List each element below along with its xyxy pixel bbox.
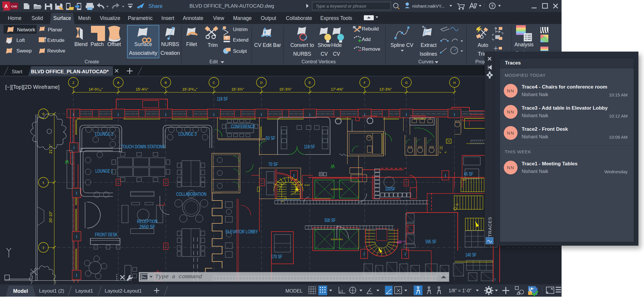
svg-text:I: I: [73, 145, 75, 150]
svg-text:20'-10": 20'-10": [49, 211, 53, 223]
svg-text:Visualize: Visualize: [100, 15, 120, 21]
svg-text:CONFERENCE: CONFERENCE: [231, 124, 255, 129]
svg-text:Share: Share: [148, 3, 163, 9]
svg-text:Start: Start: [12, 69, 22, 74]
svg-text:I: I: [76, 234, 77, 239]
svg-text:Sweep: Sweep: [16, 48, 32, 54]
svg-text:500 SF: 500 SF: [324, 218, 336, 223]
svg-text:Create: Create: [84, 59, 99, 64]
svg-text:MODEL: MODEL: [285, 288, 303, 293]
svg-text:Add: Add: [362, 37, 371, 42]
svg-text:UP: UP: [456, 203, 459, 206]
svg-text:ELEC: ELEC: [305, 184, 310, 186]
svg-text:I: I: [118, 112, 119, 117]
svg-text:DN: DN: [463, 179, 466, 181]
svg-text:H: H: [453, 81, 456, 84]
svg-text:G: G: [405, 81, 408, 84]
svg-text:I: I: [261, 112, 262, 117]
svg-text:2: 2: [43, 246, 44, 249]
svg-text:Sculpt: Sculpt: [233, 48, 247, 54]
svg-text:Type a keyword or phrase: Type a keyword or phrase: [316, 4, 366, 9]
svg-text:I: I: [76, 273, 77, 278]
svg-text:I: I: [406, 112, 407, 117]
svg-text:Home: Home: [8, 15, 22, 21]
svg-text:F: F: [364, 81, 366, 84]
svg-text:17'-4⅝": 17'-4⅝": [331, 87, 343, 91]
svg-text:Edit: Edit: [209, 59, 218, 64]
svg-text:1/8" = 1'-0": 1/8" = 1'-0": [449, 288, 471, 293]
svg-text:B: B: [165, 81, 167, 84]
svg-text:Mesh: Mesh: [78, 15, 91, 21]
svg-text:UP: UP: [281, 200, 284, 202]
svg-text:I: I: [364, 252, 365, 257]
svg-text:15'-3¾": 15'-3¾": [279, 87, 292, 91]
svg-text:I: I: [454, 112, 455, 117]
svg-text:13'-3⅜": 13'-3⅜": [379, 87, 392, 91]
svg-text:CV: CV: [321, 51, 328, 57]
svg-text:50 SF: 50 SF: [266, 136, 275, 141]
svg-text:nishant.naikVY...: nishant.naikVY...: [412, 4, 445, 9]
svg-text:Revolve: Revolve: [47, 48, 65, 54]
svg-text:70 SF: 70 SF: [268, 162, 278, 167]
svg-text:Creation: Creation: [160, 50, 180, 56]
svg-text:I: I: [293, 173, 295, 178]
svg-text:NURBS: NURBS: [293, 51, 311, 57]
svg-text:Layout2-Layout1: Layout2-Layout1: [105, 288, 142, 294]
svg-text:Convert to: Convert to: [290, 42, 314, 48]
svg-text:15'-3¾": 15'-3¾": [231, 87, 244, 91]
svg-text:0: 0: [43, 112, 44, 116]
svg-text:Manage: Manage: [233, 15, 251, 21]
svg-text:I: I: [76, 191, 77, 196]
svg-text:Annotate: Annotate: [183, 15, 203, 21]
svg-text:Curves: Curves: [418, 59, 434, 64]
svg-text:Extrude: Extrude: [47, 38, 65, 43]
svg-text:595 SF: 595 SF: [425, 239, 437, 244]
svg-text:14'-0⁷⁄₁₆": 14'-0⁷⁄₁₆": [89, 87, 103, 91]
svg-text:Layout1 (2): Layout1 (2): [39, 288, 64, 294]
svg-text:2650 SF: 2650 SF: [139, 224, 155, 229]
svg-text:100SF: 100SF: [385, 186, 395, 191]
svg-text:Hide: Hide: [331, 42, 342, 48]
svg-text:Model: Model: [13, 288, 28, 294]
svg-text:CV Edit Bar: CV Edit Bar: [254, 42, 281, 48]
svg-text:Planar: Planar: [48, 27, 62, 33]
svg-text:Extract: Extract: [421, 42, 437, 48]
svg-text:I: I: [165, 112, 166, 117]
svg-text:E: E: [309, 81, 311, 84]
svg-text:Surface: Surface: [134, 41, 152, 47]
svg-text:I: I: [213, 112, 214, 117]
svg-text:Fillet: Fillet: [186, 41, 197, 47]
svg-text:Z: Z: [72, 81, 75, 84]
svg-text:170 SF: 170 SF: [271, 254, 282, 259]
svg-text:Control Vertices: Control Vertices: [302, 59, 336, 64]
svg-text:Associativity: Associativity: [129, 50, 158, 56]
svg-text:ELEVATOR LOBBY: ELEVATOR LOBBY: [226, 229, 258, 234]
svg-text:FRONT DESK: FRONT DESK: [95, 232, 118, 237]
svg-text:Auto: Auto: [478, 42, 488, 48]
svg-text:Offset: Offset: [107, 41, 121, 47]
svg-text:Patch: Patch: [91, 41, 104, 47]
svg-text:A: A: [117, 81, 119, 84]
svg-text:1: 1: [43, 181, 44, 184]
svg-text:Trim: Trim: [208, 42, 218, 48]
svg-text:45 SF: 45 SF: [464, 171, 473, 176]
svg-text:118 SF: 118 SF: [217, 96, 228, 101]
svg-text:?: ?: [491, 4, 494, 9]
svg-text:I: I: [309, 112, 310, 117]
svg-text:Isolines: Isolines: [420, 51, 437, 57]
svg-text:CAD: CAD: [11, 5, 17, 8]
svg-text:[−][Top][2D Wireframe]: [−][Top][2D Wireframe]: [5, 84, 60, 90]
svg-text:118 SF: 118 SF: [304, 144, 315, 149]
svg-text:ELEVATORS: ELEVATORS: [331, 238, 343, 240]
svg-text:Parametric: Parametric: [128, 15, 153, 21]
svg-text:Network: Network: [17, 27, 36, 33]
svg-text:D: D: [260, 81, 263, 84]
svg-text:15'-3¹³⁄₁₆": 15'-3¹³⁄₁₆": [182, 87, 197, 91]
svg-text:Output: Output: [261, 15, 276, 21]
svg-text:140 SF: 140 SF: [465, 252, 476, 257]
svg-text:I: I: [405, 252, 406, 257]
svg-text:LOUNGE 3: LOUNGE 3: [178, 132, 197, 137]
svg-text:NURBS: NURBS: [161, 41, 179, 47]
svg-text:RECEPTION: RECEPTION: [137, 219, 158, 224]
svg-text:BLVD OFFICE_PLAN-AUTOCAD.dwg: BLVD OFFICE_PLAN-AUTOCAD.dwg: [190, 3, 274, 9]
